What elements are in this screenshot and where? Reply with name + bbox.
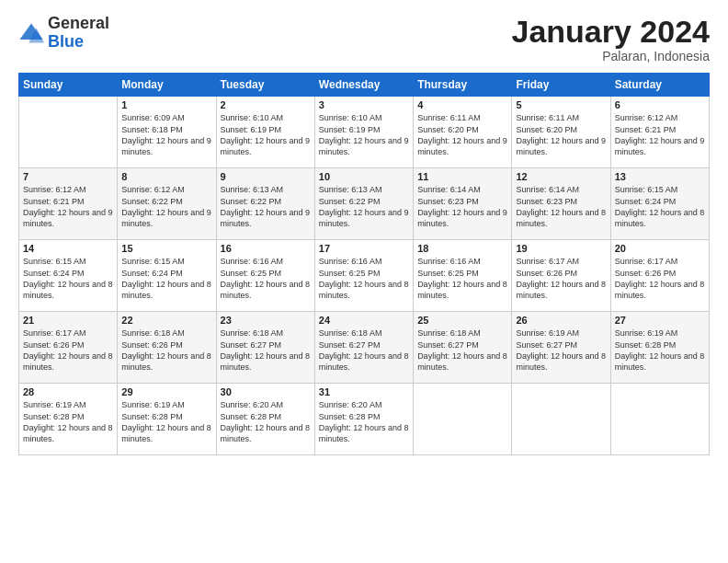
cell-w4-d6: 26Sunrise: 6:19 AMSunset: 6:27 PMDayligh… <box>512 312 610 384</box>
day-number: 11 <box>417 171 507 182</box>
cell-w5-d3: 30Sunrise: 6:20 AMSunset: 6:28 PMDayligh… <box>216 384 314 455</box>
cell-w3-d4: 17Sunrise: 6:16 AMSunset: 6:25 PMDayligh… <box>314 240 413 312</box>
cell-w4-d7: 27Sunrise: 6:19 AMSunset: 6:28 PMDayligh… <box>610 312 709 384</box>
cell-info: Sunrise: 6:09 AMSunset: 6:18 PMDaylight:… <box>121 112 211 157</box>
cell-w4-d1: 21Sunrise: 6:17 AMSunset: 6:26 PMDayligh… <box>19 312 118 384</box>
cell-w3-d1: 14Sunrise: 6:15 AMSunset: 6:24 PMDayligh… <box>19 240 118 312</box>
cell-w2-d3: 9Sunrise: 6:13 AMSunset: 6:22 PMDaylight… <box>216 168 314 240</box>
cell-info: Sunrise: 6:15 AMSunset: 6:24 PMDaylight:… <box>23 256 113 301</box>
col-wednesday: Wednesday <box>314 74 413 97</box>
cell-w2-d5: 11Sunrise: 6:14 AMSunset: 6:23 PMDayligh… <box>414 168 512 240</box>
cell-w2-d6: 12Sunrise: 6:14 AMSunset: 6:23 PMDayligh… <box>512 168 610 240</box>
day-number: 25 <box>417 315 507 326</box>
header: General Blue January 2024 Palaran, Indon… <box>18 15 710 63</box>
cell-w5-d4: 31Sunrise: 6:20 AMSunset: 6:28 PMDayligh… <box>314 384 413 455</box>
day-number: 14 <box>23 243 113 254</box>
cell-info: Sunrise: 6:13 AMSunset: 6:22 PMDaylight:… <box>319 184 409 229</box>
cell-w1-d7: 6Sunrise: 6:12 AMSunset: 6:21 PMDaylight… <box>610 97 709 168</box>
cell-w5-d1: 28Sunrise: 6:19 AMSunset: 6:28 PMDayligh… <box>19 384 118 455</box>
day-number: 31 <box>319 386 409 397</box>
cell-info: Sunrise: 6:17 AMSunset: 6:26 PMDaylight:… <box>615 256 705 301</box>
day-number: 5 <box>516 99 606 110</box>
day-number: 24 <box>319 315 409 326</box>
week-row-2: 7Sunrise: 6:12 AMSunset: 6:21 PMDaylight… <box>19 168 710 240</box>
cell-w5-d6 <box>512 384 610 455</box>
title-block: January 2024 Palaran, Indonesia <box>512 15 711 63</box>
cell-info: Sunrise: 6:10 AMSunset: 6:19 PMDaylight:… <box>319 112 409 157</box>
day-number: 21 <box>23 315 113 326</box>
day-number: 9 <box>221 171 311 182</box>
cell-w2-d1: 7Sunrise: 6:12 AMSunset: 6:21 PMDaylight… <box>19 168 118 240</box>
cell-w3-d2: 15Sunrise: 6:15 AMSunset: 6:24 PMDayligh… <box>118 240 216 312</box>
cell-w1-d5: 4Sunrise: 6:11 AMSunset: 6:20 PMDaylight… <box>414 97 512 168</box>
week-row-3: 14Sunrise: 6:15 AMSunset: 6:24 PMDayligh… <box>19 240 710 312</box>
col-tuesday: Tuesday <box>216 74 314 97</box>
cell-info: Sunrise: 6:20 AMSunset: 6:28 PMDaylight:… <box>221 399 311 444</box>
day-number: 18 <box>417 243 507 254</box>
cell-w1-d3: 2Sunrise: 6:10 AMSunset: 6:19 PMDaylight… <box>216 97 314 168</box>
day-number: 8 <box>121 171 211 182</box>
col-thursday: Thursday <box>414 74 512 97</box>
cell-info: Sunrise: 6:13 AMSunset: 6:22 PMDaylight:… <box>221 184 311 229</box>
cell-info: Sunrise: 6:18 AMSunset: 6:27 PMDaylight:… <box>417 327 507 373</box>
day-number: 13 <box>615 171 705 182</box>
cell-info: Sunrise: 6:19 AMSunset: 6:27 PMDaylight:… <box>516 327 606 373</box>
cell-info: Sunrise: 6:16 AMSunset: 6:25 PMDaylight:… <box>319 256 409 301</box>
cell-w2-d4: 10Sunrise: 6:13 AMSunset: 6:22 PMDayligh… <box>314 168 413 240</box>
cell-info: Sunrise: 6:12 AMSunset: 6:21 PMDaylight:… <box>23 184 113 229</box>
logo-text: General Blue <box>48 15 109 52</box>
cell-w1-d2: 1Sunrise: 6:09 AMSunset: 6:18 PMDaylight… <box>118 97 216 168</box>
cell-w3-d6: 19Sunrise: 6:17 AMSunset: 6:26 PMDayligh… <box>512 240 610 312</box>
cell-info: Sunrise: 6:18 AMSunset: 6:26 PMDaylight:… <box>121 327 211 373</box>
cell-info: Sunrise: 6:10 AMSunset: 6:19 PMDaylight:… <box>221 112 311 157</box>
cell-w4-d4: 24Sunrise: 6:18 AMSunset: 6:27 PMDayligh… <box>314 312 413 384</box>
day-number: 27 <box>615 315 705 326</box>
cell-info: Sunrise: 6:20 AMSunset: 6:28 PMDaylight:… <box>319 399 409 444</box>
cell-w4-d5: 25Sunrise: 6:18 AMSunset: 6:27 PMDayligh… <box>414 312 512 384</box>
day-number: 22 <box>121 315 211 326</box>
col-monday: Monday <box>118 74 216 97</box>
cell-info: Sunrise: 6:19 AMSunset: 6:28 PMDaylight:… <box>121 399 211 444</box>
cell-info: Sunrise: 6:14 AMSunset: 6:23 PMDaylight:… <box>417 184 507 229</box>
day-number: 1 <box>121 99 211 110</box>
cell-w1-d1 <box>19 97 118 168</box>
cell-info: Sunrise: 6:16 AMSunset: 6:25 PMDaylight:… <box>221 256 311 301</box>
day-number: 30 <box>221 386 311 397</box>
day-number: 20 <box>615 243 705 254</box>
location: Palaran, Indonesia <box>512 49 711 63</box>
col-friday: Friday <box>512 74 610 97</box>
cell-info: Sunrise: 6:18 AMSunset: 6:27 PMDaylight:… <box>221 327 311 373</box>
header-row: Sunday Monday Tuesday Wednesday Thursday… <box>19 74 710 97</box>
day-number: 26 <box>516 315 606 326</box>
day-number: 29 <box>121 386 211 397</box>
cell-info: Sunrise: 6:17 AMSunset: 6:26 PMDaylight:… <box>23 327 113 373</box>
week-row-5: 28Sunrise: 6:19 AMSunset: 6:28 PMDayligh… <box>19 384 710 455</box>
cell-w1-d6: 5Sunrise: 6:11 AMSunset: 6:20 PMDaylight… <box>512 97 610 168</box>
day-number: 3 <box>319 99 409 110</box>
cell-w1-d4: 3Sunrise: 6:10 AMSunset: 6:19 PMDaylight… <box>314 97 413 168</box>
cell-w2-d2: 8Sunrise: 6:12 AMSunset: 6:22 PMDaylight… <box>118 168 216 240</box>
cell-w5-d2: 29Sunrise: 6:19 AMSunset: 6:28 PMDayligh… <box>118 384 216 455</box>
cell-info: Sunrise: 6:11 AMSunset: 6:20 PMDaylight:… <box>516 112 606 157</box>
day-number: 12 <box>516 171 606 182</box>
logo: General Blue <box>18 15 109 52</box>
cell-w3-d5: 18Sunrise: 6:16 AMSunset: 6:25 PMDayligh… <box>414 240 512 312</box>
cell-w5-d5 <box>414 384 512 455</box>
day-number: 17 <box>319 243 409 254</box>
cell-info: Sunrise: 6:12 AMSunset: 6:22 PMDaylight:… <box>121 184 211 229</box>
cell-info: Sunrise: 6:15 AMSunset: 6:24 PMDaylight:… <box>121 256 211 301</box>
month-title: January 2024 <box>512 15 711 49</box>
cell-w4-d3: 23Sunrise: 6:18 AMSunset: 6:27 PMDayligh… <box>216 312 314 384</box>
cell-info: Sunrise: 6:19 AMSunset: 6:28 PMDaylight:… <box>23 399 113 444</box>
cell-info: Sunrise: 6:12 AMSunset: 6:21 PMDaylight:… <box>615 112 705 157</box>
week-row-4: 21Sunrise: 6:17 AMSunset: 6:26 PMDayligh… <box>19 312 710 384</box>
cell-w2-d7: 13Sunrise: 6:15 AMSunset: 6:24 PMDayligh… <box>610 168 709 240</box>
day-number: 4 <box>417 99 507 110</box>
cell-info: Sunrise: 6:17 AMSunset: 6:26 PMDaylight:… <box>516 256 606 301</box>
day-number: 23 <box>221 315 311 326</box>
cell-info: Sunrise: 6:14 AMSunset: 6:23 PMDaylight:… <box>516 184 606 229</box>
cell-info: Sunrise: 6:16 AMSunset: 6:25 PMDaylight:… <box>417 256 507 301</box>
cell-info: Sunrise: 6:18 AMSunset: 6:27 PMDaylight:… <box>319 327 409 373</box>
cell-w5-d7 <box>610 384 709 455</box>
cell-w3-d3: 16Sunrise: 6:16 AMSunset: 6:25 PMDayligh… <box>216 240 314 312</box>
